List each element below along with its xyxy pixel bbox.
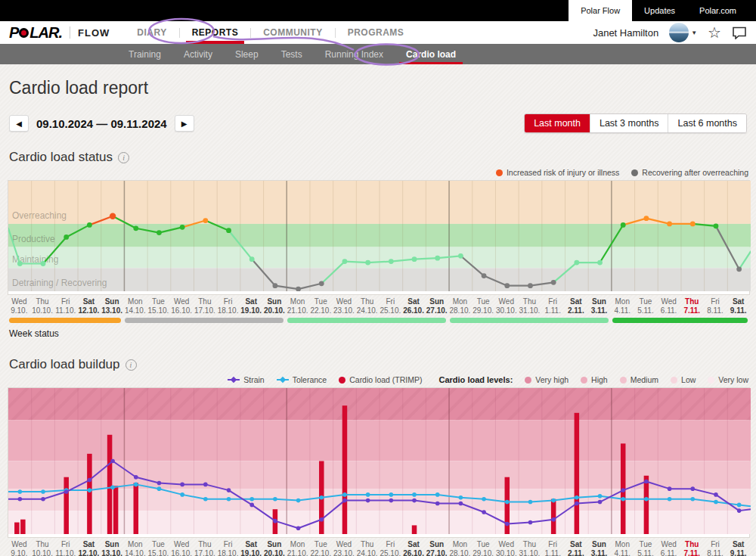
legend-level-medium: Medium (620, 375, 658, 384)
axis-label-sat-19-10: Sat19.10. (240, 297, 263, 315)
legend-item-recovering-after-overreaching: Recovering after overreaching (631, 168, 748, 177)
axis-label-sat-2-11: Sat2.11. (565, 297, 588, 315)
axis-label-fri-1-11: Fri1.11. (541, 540, 565, 556)
nav-item-reports[interactable]: REPORTS (180, 21, 251, 44)
subnav-item-tests[interactable]: Tests (270, 44, 314, 64)
content: Cardio load report ◀ 09.10.2024 — 09.11.… (0, 64, 756, 556)
buildup-legend: StrainToleranceCardio load (TRIMP)Cardio… (0, 375, 748, 384)
axis-label-sat-19-10: Sat19.10. (240, 540, 263, 556)
axis-label-sun-13-10: Sun13.10. (101, 297, 124, 315)
legend-dot-icon (631, 169, 638, 176)
legend-label: Increased risk of injury or illness (507, 168, 619, 177)
status-legend: Increased risk of injury or illnessRecov… (0, 168, 748, 177)
axis-label-wed-16-10: Wed16.10. (170, 540, 194, 556)
axis-label-thu-7-11: Thu7.11. (680, 540, 704, 556)
legend-label: High (591, 375, 608, 384)
info-icon[interactable]: i (125, 359, 137, 371)
axis-label-sun-3-11: Sun3.11. (587, 297, 611, 315)
axis-label-tue-29-10: Tue29.10. (472, 540, 495, 556)
axis-label-sat-26-10: Sat26.10. (402, 297, 426, 315)
week-status-segment (125, 318, 284, 323)
subnav-item-sleep[interactable]: Sleep (224, 44, 270, 64)
avatar (669, 23, 689, 42)
axis-label-fri-1-11: Fri1.11. (541, 297, 565, 315)
axis-label-thu-31-10: Thu31.10. (518, 540, 541, 556)
axis-label-thu-7-11: Thu7.11. (680, 297, 704, 315)
axis-label-sat-12-10: Sat12.10. (77, 540, 101, 556)
axis-label-sun-27-10: Sun27.10. (425, 540, 448, 556)
subnav-item-training[interactable]: Training (117, 44, 172, 64)
axis-label-sun-20-10: Sun20.10. (263, 540, 287, 556)
last-6-months-button[interactable]: Last 6 months (668, 114, 746, 132)
legend-label: Strain (243, 375, 264, 384)
axis-label-fri-8-11: Fri8.11. (704, 297, 727, 315)
main-nav: PLAR. FLOW DIARYREPORTSCOMMUNITYPROGRAMS… (0, 21, 756, 44)
nav-item-community[interactable]: COMMUNITY (251, 21, 335, 44)
date-navigation: ◀ 09.10.2024 — 09.11.2024 ▶ Last monthLa… (9, 113, 747, 133)
axis-label-mon-4-11: Mon4.11. (611, 540, 634, 556)
axis-label-fri-11-10: Fri11.10. (54, 297, 77, 315)
cardio-load-status-chart[interactable]: OverreachingProductiveMaintainingDetrain… (8, 180, 750, 295)
nav-item-diary[interactable]: DIARY (125, 21, 178, 44)
legend-item-cardio-load-trimp: Cardio load (TRIMP) (339, 375, 422, 384)
tab-polar-com[interactable]: Polar.com (687, 0, 748, 21)
status-section-header: Cardio load status i (0, 150, 756, 165)
nav-item-programs[interactable]: PROGRAMS (336, 21, 417, 44)
feedback-chat-icon[interactable] (732, 26, 747, 39)
axis-label-mon-4-11: Mon4.11. (611, 297, 634, 315)
last-3-months-button[interactable]: Last 3 months (590, 114, 668, 132)
legend-line-marker-icon (228, 377, 240, 384)
legend-label: Very low (718, 375, 748, 384)
legend-dot-icon (525, 377, 531, 384)
prev-period-button[interactable]: ◀ (9, 115, 29, 132)
buildup-section-title: Cardio load buildup (9, 357, 120, 372)
legend-level-very-low: Very low (708, 375, 748, 384)
axis-label-sat-2-11: Sat2.11. (565, 540, 588, 556)
axis-label-tue-5-11: Tue5.11. (634, 540, 658, 556)
axis-label-wed-23-10: Wed23.10. (333, 297, 356, 315)
svg-text:Overreaching: Overreaching (12, 210, 67, 221)
date-range: 09.10.2024 — 09.11.2024 (36, 117, 167, 130)
user-menu[interactable]: ▼ (669, 23, 697, 42)
axis-label-wed-9-10: Wed9.10. (8, 297, 31, 315)
legend-label: Low (681, 375, 696, 384)
legend-level-very-high: Very high (525, 375, 569, 384)
sub-nav: TrainingActivitySleepTestsRunning IndexC… (0, 44, 756, 64)
tab-polar-flow[interactable]: Polar Flow (569, 0, 632, 21)
axis-label-sun-13-10: Sun13.10. (101, 540, 124, 556)
info-icon[interactable]: i (118, 152, 129, 163)
next-period-button[interactable]: ▶ (175, 115, 194, 132)
axis-label-wed-30-10: Wed30.10. (494, 540, 518, 556)
legend-dot-icon (339, 377, 345, 384)
svg-text:Detraining / Recovering: Detraining / Recovering (12, 278, 107, 288)
subnav-item-running-index[interactable]: Running Index (314, 44, 395, 64)
axis-label-sat-12-10: Sat12.10. (77, 297, 101, 315)
legend-line-marker-icon (277, 377, 289, 384)
axis-label-thu-17-10: Thu17.10. (194, 540, 217, 556)
polar-flow-app: { "top_bar": { "tabs": [ { "label": "Pol… (0, 0, 756, 556)
favorites-star-icon[interactable]: ☆ (708, 25, 721, 40)
tab-updates[interactable]: Updates (632, 0, 687, 21)
axis-label-tue-15-10: Tue15.10. (147, 297, 170, 315)
legend-dot-icon (671, 377, 677, 384)
subnav-item-activity[interactable]: Activity (172, 44, 224, 64)
polar-logo[interactable]: PLAR. (9, 24, 62, 42)
subnav-item-cardio-load[interactable]: Cardio load (395, 44, 467, 64)
axis-label-thu-17-10: Thu17.10. (194, 297, 217, 315)
week-status-segment (287, 318, 446, 323)
cardio-load-levels-label: Cardio load levels: (438, 375, 513, 384)
axis-label-wed-16-10: Wed16.10. (170, 297, 194, 315)
last-month-button[interactable]: Last month (525, 114, 590, 132)
axis-label-tue-22-10: Tue22.10. (309, 297, 333, 315)
legend-dot-icon (708, 377, 714, 384)
axis-label-mon-14-10: Mon14.10. (123, 540, 147, 556)
cardio-load-buildup-chart[interactable] (8, 387, 750, 538)
axis-label-sat-26-10: Sat26.10. (402, 540, 426, 556)
legend-level-low: Low (671, 375, 696, 384)
axis-label-sat-9-11: Sat9.11. (727, 297, 750, 315)
range-button-group: Last monthLast 3 monthsLast 6 months (524, 113, 747, 133)
axis-label-fri-18-10: Fri18.10. (216, 297, 240, 315)
user-name[interactable]: Janet Hamilton (593, 27, 658, 39)
axis-label-fri-18-10: Fri18.10. (216, 540, 240, 556)
nav-divider (70, 26, 70, 39)
